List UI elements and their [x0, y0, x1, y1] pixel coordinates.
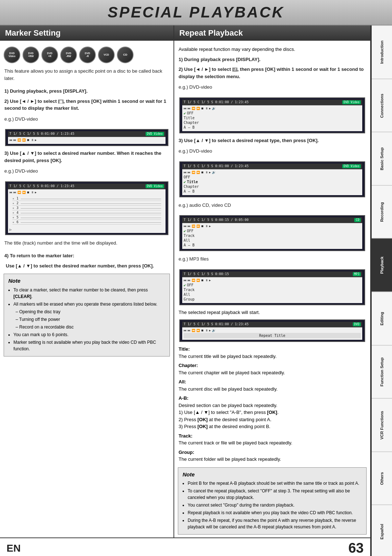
rp-screen1: T 1/ 5 C 1/ 5 S 0:01:00 / 1:23:45 DVD Vi…	[179, 97, 365, 133]
rp-step4-text: The selected repeat playback will start.	[174, 307, 370, 318]
rp-intro: Available repeat function may vary depen…	[174, 44, 370, 55]
sidebar-tab-basic-setup[interactable]: Basic Setup	[372, 132, 392, 185]
rp-note-box: Note Point B for the repeat A-B playback…	[178, 467, 367, 535]
dvd-video-icon: DVDVideo	[4, 47, 20, 63]
note-item: You can mark up to 6 points.	[13, 331, 165, 338]
content-area: Marker Setting DVDVideo DVD+RW DVD+R DVD…	[0, 25, 392, 556]
note-item: Point B for the repeat A-B playback shou…	[188, 480, 362, 487]
rp-screen4: T 1/ 5 C 1/ 5 S 0:00:15 MP3 ⏮⏭⏪⏩⏹⏸▶ ✔OFF…	[179, 269, 365, 305]
rp-definitions: Title: The current title will be played …	[174, 344, 370, 464]
page-wrapper: SPECIAL PLAYBACK Marker Setting DVDVideo…	[0, 0, 392, 556]
note-item: During the A-B repeat, if you reaches th…	[188, 517, 362, 530]
sidebar-tab-function-setup[interactable]: Function Setup	[372, 345, 392, 399]
marker-screen1: T 1/ 5 C 1/ 5 S 0:01:00 / 1:23:45 DVD Vi…	[5, 129, 168, 146]
rp-eg4: e.g.) MP3 files	[174, 253, 370, 267]
rp-step3: 3) Use [▲ / ▼] to select a desired repea…	[174, 136, 370, 146]
sidebar-tab-recording[interactable]: Recording	[372, 185, 392, 239]
page-title-bar: SPECIAL PLAYBACK	[0, 0, 392, 25]
note-item: To clear a marker, select the marker num…	[13, 287, 165, 300]
two-columns: Marker Setting DVDVideo DVD+RW DVD+R DVD…	[0, 25, 370, 537]
rp-step2: 2) Use [◄ / ►] to select ↺, then press […	[174, 64, 370, 81]
note-item: Marker setting is not available when you…	[13, 339, 165, 352]
page-title: SPECIAL PLAYBACK	[0, 4, 392, 21]
repeat-playback-header: Repeat Playback	[174, 25, 370, 41]
marker-eg2: e.g.) DVD-video	[0, 165, 173, 179]
sidebar-tab-espanol[interactable]: Español	[372, 505, 392, 556]
vcd-icon: VCD	[98, 47, 115, 63]
rp-step1: 1) During playback press [DISPLAY].	[174, 55, 370, 65]
dvd-minus-rw-icon: DVD-RW	[60, 47, 77, 63]
rp-eg1: e.g.) DVD-video	[174, 81, 370, 95]
note-item: All markers will be erased when you oper…	[13, 301, 165, 307]
rp-note-list: Point B for the repeat A-B playback shou…	[183, 480, 362, 530]
dvd-icons-row: DVDVideo DVD+RW DVD+R DVD-RW DVD-R VCD C…	[0, 44, 173, 65]
note-item: You cannot select "Group" during the ran…	[188, 502, 362, 508]
cd-icon: CD	[117, 47, 134, 63]
right-sidebar: Introduction Connections Basic Setup Rec…	[371, 25, 392, 556]
dvd-plus-r-icon: DVD+R	[41, 47, 58, 63]
rp-eg2: e.g.) DVD-video	[174, 145, 370, 159]
rp-screen2: T 1/ 5 C 1/ 5 S 0:01:00 / 1:23:45 DVD Vi…	[179, 161, 365, 197]
right-column: Repeat Playback Available repeat functio…	[174, 25, 370, 537]
sidebar-tab-connections[interactable]: Connections	[372, 79, 392, 132]
marker-footer: The title (track) number and the time wi…	[0, 237, 173, 251]
sidebar-tab-others[interactable]: Others	[372, 452, 392, 505]
dvd-plus-rw-icon: DVD+RW	[23, 47, 39, 63]
note-item: Repeat playback is not available when yo…	[188, 509, 362, 516]
marker-intro: This feature allows you to assign a spec…	[0, 65, 173, 86]
marker-note-list: To clear a marker, select the marker num…	[8, 287, 165, 352]
marker-step4-body: Use [▲ / ▼] to select the desired marker…	[0, 261, 173, 271]
marker-step4-title: 4) To return to the marker later:	[0, 251, 173, 261]
main-content: Marker Setting DVDVideo DVD+RW DVD+R DVD…	[0, 25, 371, 556]
dvd-minus-r-icon: DVD-R	[79, 47, 96, 63]
marker-setting-header: Marker Setting	[0, 25, 173, 41]
left-column: Marker Setting DVDVideo DVD+RW DVD+R DVD…	[0, 25, 174, 537]
note-item: – Opening the disc tray	[13, 309, 165, 315]
rp-screen5: T 1/ 5 C 1/ 5 S 0:01:00 / 1:23:45 DVD ⏮⏭…	[179, 319, 365, 342]
sidebar-tab-vcr-functions[interactable]: VCR Functions	[372, 398, 392, 452]
marker-eg1: e.g.) DVD-video	[0, 113, 173, 127]
rp-eg3: e.g.) audio CD, video CD	[174, 200, 370, 213]
sidebar-tab-introduction[interactable]: Introduction	[372, 25, 392, 79]
bottom-bar: EN 63	[0, 537, 370, 556]
note-item: – Record on a recordable disc	[13, 324, 165, 330]
bottom-page-number: 63	[348, 540, 364, 556]
marker-note-box: Note To clear a marker, select the marke…	[4, 274, 170, 356]
bottom-en-label: EN	[7, 543, 21, 554]
marker-step1: 1) During playback, press [DISPLAY].	[0, 86, 173, 96]
note-item: – Turning off the power	[13, 316, 165, 323]
rp-screen3: T 1/ 5 C 1/ 5 S 0:00:15 / 0:05:00 CD ⏮⏭⏪…	[179, 215, 365, 251]
marker-screen2: T 1/ 5 C 1/ 5 S 0:01:00 / 1:23:45 DVD Vi…	[5, 181, 168, 235]
sidebar-tab-playback[interactable]: Playback	[372, 238, 392, 292]
sidebar-tab-editing[interactable]: Editing	[372, 292, 392, 345]
note-item: To cancel the repeat playback, select "O…	[188, 488, 362, 501]
marker-step2: 2) Use [◄ / ►] to select ▦, then press […	[0, 96, 173, 113]
marker-step3: 3) Use [▲ / ▼] to select a desired marke…	[0, 148, 173, 165]
